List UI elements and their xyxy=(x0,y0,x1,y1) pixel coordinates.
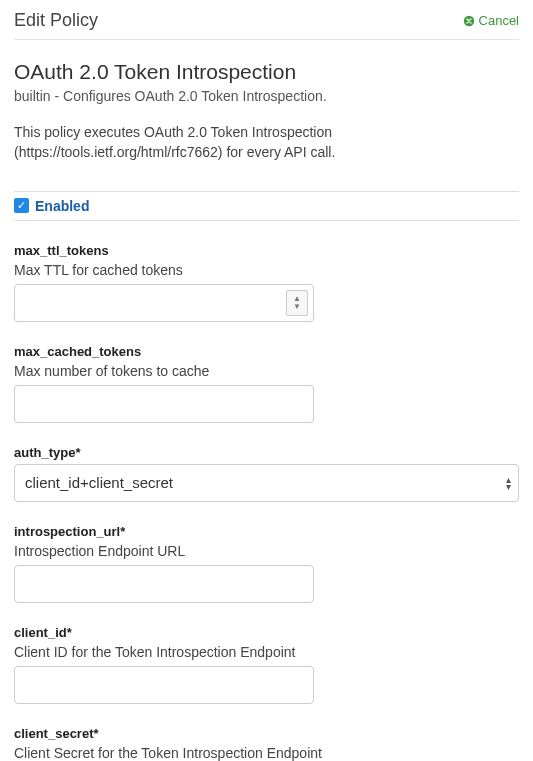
field-client-secret: client_secret* Client Secret for the Tok… xyxy=(14,726,519,761)
field-name: client_secret* xyxy=(14,726,519,741)
enabled-checkbox[interactable]: ✓ xyxy=(14,198,29,213)
field-name: client_id* xyxy=(14,625,519,640)
field-auth-type: auth_type* client_id+client_secret ▴▾ xyxy=(14,445,519,502)
max-cached-tokens-input[interactable] xyxy=(14,385,314,423)
field-name: max_ttl_tokens xyxy=(14,243,519,258)
field-help: Max number of tokens to cache xyxy=(14,363,519,379)
field-name: auth_type* xyxy=(14,445,519,460)
field-help: Introspection Endpoint URL xyxy=(14,543,519,559)
header: Edit Policy Cancel xyxy=(14,10,519,40)
stepper-icon[interactable]: ▲▼ xyxy=(286,290,308,316)
cancel-button[interactable]: Cancel xyxy=(463,13,519,28)
chevron-updown-icon: ▴▾ xyxy=(506,476,511,490)
field-name: max_cached_tokens xyxy=(14,344,519,359)
field-max-cached-tokens: max_cached_tokens Max number of tokens t… xyxy=(14,344,519,423)
cancel-label: Cancel xyxy=(479,13,519,28)
auth-type-select[interactable]: client_id+client_secret ▴▾ xyxy=(14,464,519,502)
enabled-row: ✓ Enabled xyxy=(14,191,519,221)
cancel-icon xyxy=(463,15,475,27)
field-help: Client ID for the Token Introspection En… xyxy=(14,644,519,660)
field-max-ttl-tokens: max_ttl_tokens Max TTL for cached tokens… xyxy=(14,243,519,322)
field-client-id: client_id* Client ID for the Token Intro… xyxy=(14,625,519,704)
policy-description: This policy executes OAuth 2.0 Token Int… xyxy=(14,122,519,163)
field-introspection-url: introspection_url* Introspection Endpoin… xyxy=(14,524,519,603)
client-id-input[interactable] xyxy=(14,666,314,704)
introspection-url-input[interactable] xyxy=(14,565,314,603)
field-help: Client Secret for the Token Introspectio… xyxy=(14,745,519,761)
page-title: Edit Policy xyxy=(14,10,98,31)
enabled-label: Enabled xyxy=(35,198,89,214)
auth-type-value: client_id+client_secret xyxy=(25,474,173,491)
field-name: introspection_url* xyxy=(14,524,519,539)
policy-title: OAuth 2.0 Token Introspection xyxy=(14,60,519,84)
max-ttl-tokens-input[interactable] xyxy=(14,284,314,322)
field-help: Max TTL for cached tokens xyxy=(14,262,519,278)
policy-subtitle: builtin - Configures OAuth 2.0 Token Int… xyxy=(14,88,519,104)
